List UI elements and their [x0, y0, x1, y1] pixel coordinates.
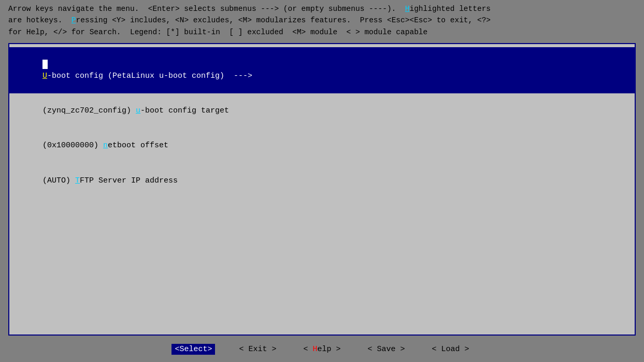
help-button[interactable]: < Help > [300, 344, 344, 355]
cursor [42, 60, 48, 69]
load-button[interactable]: < Load > [429, 344, 473, 355]
menu-area: U-boot config (PetaLinux u-boot config) … [9, 44, 635, 201]
pressing-text: Pressing [71, 16, 108, 24]
bottom-bar: <Select> < Exit > < Help > < Save > < Lo… [0, 339, 644, 362]
info-line2: are hotkeys. Pressing <Y> includes, <N> … [8, 15, 636, 26]
menu-item-uboot-target[interactable]: (zynq_zc702_config) u-boot config target [9, 93, 635, 128]
exit-button[interactable]: < Exit > [236, 344, 279, 355]
load-hl: L [441, 345, 446, 354]
menu-item-netboot[interactable]: (0x10000000) netboot offset [9, 129, 635, 163]
menu-item-tftp[interactable]: (AUTO) TFTP Server IP address [9, 163, 635, 198]
save-button[interactable]: < Save > [365, 344, 408, 355]
exit-hl: E [248, 345, 253, 354]
help-hl: H [312, 345, 317, 354]
info-line3: for Help, </> for Search. Legend: [*] bu… [8, 26, 636, 38]
main-menu-box: U-boot config (PetaLinux u-boot config) … [8, 43, 636, 336]
highlighted-letters-label: H [405, 5, 410, 13]
select-button[interactable]: <Select> [171, 344, 215, 355]
menu-item-netboot-label: (0x10000000) netboot offset [42, 141, 168, 150]
menu-item-uboot-config-label: U-boot config (PetaLinux u-boot config) … [42, 72, 252, 80]
save-hl: S [377, 345, 382, 354]
menu-item-uboot-target-label: (zynq_zc702_config) u-boot config target [42, 106, 229, 115]
menu-item-uboot-config[interactable]: U-boot config (PetaLinux u-boot config) … [9, 47, 635, 93]
info-text: Arrow keys navigate the menu. <Enter> se… [0, 1, 644, 40]
info-line1: Arrow keys navigate the menu. <Enter> se… [8, 3, 636, 15]
menu-item-tftp-label: (AUTO) TFTP Server IP address [42, 176, 178, 185]
